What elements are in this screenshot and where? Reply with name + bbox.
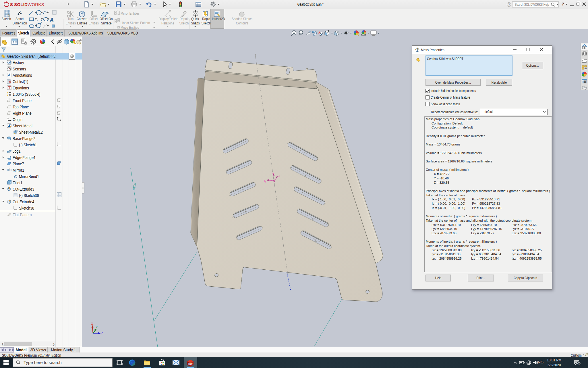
svg-text:Ix: Ix — [272, 172, 274, 175]
svg-text:SW: SW — [188, 363, 193, 365]
svg-text:1: 1 — [578, 363, 580, 365]
svg-text:X: X — [91, 322, 93, 325]
svg-text:Iy: Iy — [264, 179, 266, 183]
svg-text:Y: Y — [96, 325, 98, 329]
svg-text:A: A — [49, 17, 54, 23]
svg-text:SSOLIDWORKS: SSOLIDWORKS — [10, 2, 44, 7]
svg-text:Z: Z — [101, 331, 103, 335]
svg-text:Iz: Iz — [278, 174, 280, 177]
